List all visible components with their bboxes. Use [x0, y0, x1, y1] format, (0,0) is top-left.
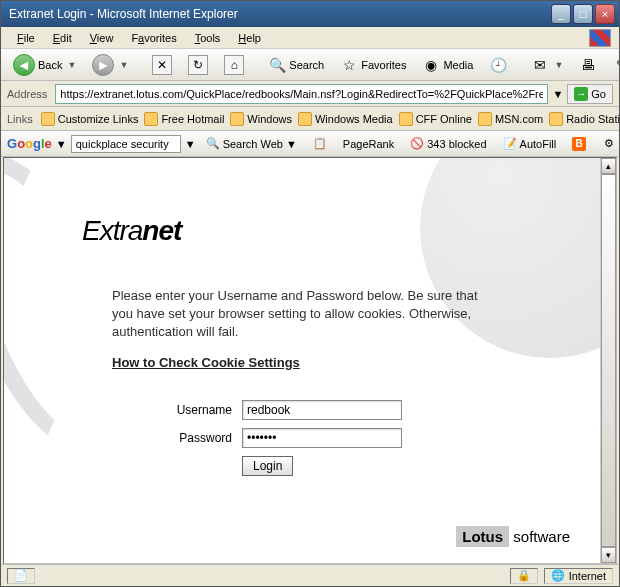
links-label: Links	[7, 113, 33, 125]
links-bar: Links Customize Links Free Hotmail Windo…	[1, 107, 619, 131]
lotus-software-logo: Lotus software	[456, 528, 570, 545]
print-button[interactable]: 🖶	[573, 53, 603, 77]
status-bar: 📄 🔒 🌐Internet	[1, 564, 619, 586]
google-toolbar: Google ▼ ▼ 🔍Search Web▼ 📋 PageRank 🚫343 …	[1, 131, 619, 157]
menu-tools[interactable]: Tools	[187, 30, 229, 46]
title-bar: Extranet Login - Microsoft Internet Expl…	[1, 1, 619, 27]
link-windows[interactable]: Windows	[230, 112, 292, 126]
menu-edit[interactable]: Edit	[45, 30, 80, 46]
menu-bar: File Edit View Favorites Tools Help	[1, 27, 619, 49]
media-button[interactable]: ◉Media	[416, 53, 479, 77]
menu-help[interactable]: Help	[230, 30, 269, 46]
menu-view[interactable]: View	[82, 30, 122, 46]
username-input[interactable]	[242, 400, 402, 420]
google-logo: Google	[7, 136, 52, 151]
home-button[interactable]: ⌂	[218, 52, 250, 78]
link-radio[interactable]: Radio Station Guide	[549, 112, 619, 126]
address-input[interactable]	[55, 84, 548, 104]
login-button[interactable]: Login	[242, 456, 293, 476]
main-toolbar: ◄Back▼ ►▼ ✕ ↻ ⌂ 🔍Search ☆Favorites ◉Medi…	[1, 49, 619, 81]
password-label: Password	[152, 431, 232, 445]
link-windows-media[interactable]: Windows Media	[298, 112, 393, 126]
content-area: Extranet Please enter your Username and …	[3, 157, 617, 564]
address-label: Address	[7, 88, 47, 100]
scroll-up-button[interactable]: ▴	[601, 158, 616, 174]
history-button[interactable]: 🕘	[483, 53, 513, 77]
scroll-thumb[interactable]	[601, 174, 616, 547]
instruction-text: Please enter your Username and Password …	[112, 287, 492, 372]
google-query-dropdown-icon[interactable]: ▼	[185, 138, 196, 150]
stop-button[interactable]: ✕	[146, 52, 178, 78]
mail-button[interactable]: ✉▼	[525, 53, 569, 77]
status-zone: 🌐Internet	[544, 568, 613, 584]
search-button[interactable]: 🔍Search	[262, 53, 330, 77]
vertical-scrollbar[interactable]: ▴ ▾	[600, 158, 616, 563]
google-options-button[interactable]: ⚙Options	[596, 134, 619, 154]
scroll-track[interactable]	[601, 174, 616, 547]
login-form: Username Password Login	[152, 400, 572, 476]
google-popup-blocker[interactable]: 🚫343 blocked	[404, 134, 492, 154]
link-msn[interactable]: MSN.com	[478, 112, 543, 126]
menu-file[interactable]: File	[9, 30, 43, 46]
window-title: Extranet Login - Microsoft Internet Expl…	[5, 7, 551, 21]
favorites-button[interactable]: ☆Favorites	[334, 53, 412, 77]
status-lock-icon: 🔒	[510, 568, 538, 584]
address-bar: Address ▼ →Go	[1, 81, 619, 107]
refresh-button[interactable]: ↻	[182, 52, 214, 78]
status-page-icon: 📄	[7, 568, 35, 584]
google-blogger-button[interactable]: B	[566, 134, 592, 154]
cookie-settings-link[interactable]: How to Check Cookie Settings	[112, 354, 492, 372]
link-customize[interactable]: Customize Links	[41, 112, 139, 126]
login-page: Extranet Please enter your Username and …	[4, 158, 600, 563]
extranet-logo: Extranet	[82, 215, 572, 247]
google-news-button[interactable]: 📋	[307, 134, 333, 154]
back-button[interactable]: ◄Back▼	[7, 51, 82, 79]
maximize-button[interactable]: □	[573, 4, 593, 24]
address-dropdown-icon[interactable]: ▼	[552, 88, 563, 100]
browser-window: Extranet Login - Microsoft Internet Expl…	[0, 0, 620, 587]
forward-button[interactable]: ►▼	[86, 51, 134, 79]
link-hotmail[interactable]: Free Hotmail	[144, 112, 224, 126]
google-search-web-button[interactable]: 🔍Search Web▼	[200, 134, 303, 154]
scroll-down-button[interactable]: ▾	[601, 547, 616, 563]
username-label: Username	[152, 403, 232, 417]
link-cff-online[interactable]: CFF Online	[399, 112, 472, 126]
google-autofill-button[interactable]: 📝AutoFill	[497, 134, 563, 154]
close-button[interactable]: ×	[595, 4, 615, 24]
google-pagerank[interactable]: PageRank	[337, 135, 400, 153]
windows-flag-icon	[589, 29, 611, 47]
google-search-input[interactable]	[71, 135, 181, 153]
go-button[interactable]: →Go	[567, 84, 613, 104]
edit-button[interactable]: ✎	[607, 53, 619, 77]
menu-favorites[interactable]: Favorites	[123, 30, 184, 46]
password-input[interactable]	[242, 428, 402, 448]
minimize-button[interactable]: _	[551, 4, 571, 24]
google-dropdown-icon[interactable]: ▼	[56, 138, 67, 150]
